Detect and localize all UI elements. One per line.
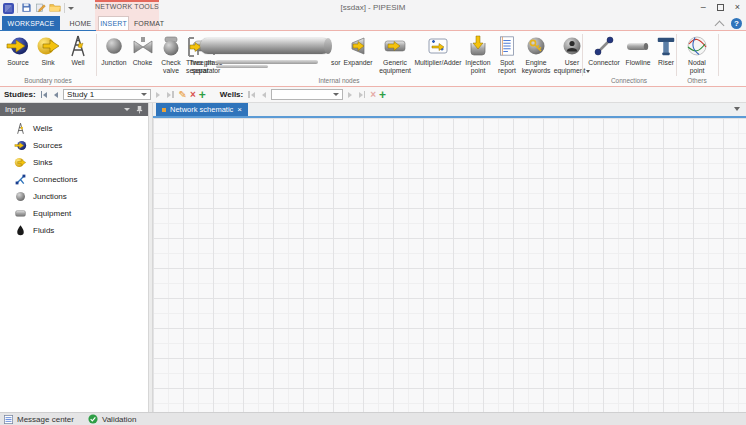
contextual-tab-label[interactable]: NETWORK TOOLS bbox=[95, 3, 159, 10]
app-icon[interactable] bbox=[3, 3, 14, 14]
edit-document-icon[interactable] bbox=[35, 0, 46, 17]
well-last-button[interactable] bbox=[357, 89, 368, 100]
message-center-label: Message center bbox=[17, 415, 74, 424]
well-select[interactable] bbox=[271, 89, 343, 100]
multiplier-adder-icon bbox=[425, 33, 451, 59]
save-icon[interactable] bbox=[21, 0, 32, 17]
study-last-button[interactable] bbox=[165, 89, 176, 100]
qat-customize-caret-icon[interactable] bbox=[68, 7, 74, 10]
study-prev-button[interactable] bbox=[52, 90, 60, 100]
group-label-internal: Internal nodes bbox=[96, 77, 582, 84]
ribbon-item-spot-report[interactable]: Spot report bbox=[494, 33, 520, 74]
ribbon-item-well[interactable]: Well bbox=[63, 33, 93, 67]
sidebar-item-connections[interactable]: Connections bbox=[0, 171, 148, 188]
ribbon-item-flowline[interactable]: Flowline bbox=[622, 33, 654, 67]
ribbon-item-two-phase-separator[interactable]: Two phase separator bbox=[186, 33, 226, 74]
ribbon-item-generic-equipment[interactable]: Generic equipment bbox=[376, 33, 414, 74]
source-icon bbox=[14, 139, 27, 152]
junction-icon bbox=[103, 33, 125, 59]
ribbon-item-expander[interactable]: Expander bbox=[340, 33, 376, 67]
add-well-icon[interactable]: + bbox=[379, 90, 386, 100]
ribbon-item-engine-keywords[interactable]: Engine keywords bbox=[520, 33, 552, 74]
pin-icon[interactable] bbox=[136, 105, 143, 114]
sidebar-item-equipment[interactable]: Equipment bbox=[0, 205, 148, 222]
sidebar-item-label: Fluids bbox=[33, 226, 54, 235]
well-prev-button[interactable] bbox=[260, 90, 268, 100]
inputs-panel-header[interactable]: Inputs bbox=[0, 103, 148, 116]
message-center-button[interactable]: Message center bbox=[4, 415, 74, 424]
ribbon-item-nodal-point[interactable]: Nodal point bbox=[680, 33, 714, 74]
ribbon-item-label: Junction bbox=[101, 59, 126, 67]
sidebar-item-junctions[interactable]: Junctions bbox=[0, 188, 148, 205]
ribbon-item-source[interactable]: Source bbox=[3, 33, 33, 67]
validation-button[interactable]: Validation bbox=[88, 414, 137, 424]
tab-network-schematic[interactable]: Network schematic × bbox=[156, 103, 248, 116]
ribbon-item-label: Expander bbox=[343, 59, 372, 67]
ribbon-item-injection-point[interactable]: Injection point bbox=[462, 33, 494, 74]
group-divider bbox=[718, 34, 719, 76]
network-schematic-canvas[interactable] bbox=[153, 118, 746, 412]
connector-icon bbox=[14, 173, 27, 186]
tab-label: Network schematic bbox=[170, 105, 233, 114]
tab-insert[interactable]: INSERT bbox=[98, 16, 129, 30]
study-first-button[interactable] bbox=[39, 89, 50, 100]
injection-point-icon bbox=[466, 33, 490, 59]
group-label-boundary: Boundary nodes bbox=[0, 77, 96, 84]
quick-access-toolbar bbox=[3, 2, 74, 14]
ribbon-item-label: Two phase separator bbox=[186, 59, 226, 74]
generic-equipment-icon bbox=[382, 33, 408, 59]
close-button[interactable]: × bbox=[735, 2, 740, 12]
ribbon-item-three-phase-separator[interactable] bbox=[226, 33, 340, 59]
chevron-down-icon[interactable] bbox=[124, 108, 130, 111]
group-boundary-nodes: Source Sink Well bbox=[3, 33, 93, 67]
sidebar-item-sinks[interactable]: Sinks bbox=[0, 154, 148, 171]
sidebar-item-label: Wells bbox=[33, 124, 52, 133]
group-others: Nodal point bbox=[680, 33, 714, 74]
tab-home[interactable]: HOME bbox=[64, 16, 97, 30]
flowline-icon bbox=[625, 33, 651, 59]
sidebar-item-sources[interactable]: Sources bbox=[0, 137, 148, 154]
user-equipment-icon bbox=[560, 33, 584, 59]
derrick-icon bbox=[66, 33, 90, 59]
well-next-button[interactable] bbox=[346, 90, 354, 100]
nodal-point-icon bbox=[684, 33, 710, 59]
study-next-button[interactable] bbox=[154, 90, 162, 100]
ribbon-item-check-valve[interactable]: Check valve bbox=[156, 33, 186, 74]
open-folder-icon[interactable] bbox=[49, 0, 61, 17]
maximize-button[interactable] bbox=[717, 4, 724, 11]
ribbon-item-label: Engine keywords bbox=[520, 59, 552, 74]
edit-study-icon[interactable]: ✎ bbox=[179, 90, 187, 100]
source-icon bbox=[5, 33, 31, 59]
add-study-icon[interactable]: + bbox=[199, 90, 206, 100]
inputs-panel-title: Inputs bbox=[5, 105, 25, 114]
sidebar-item-fluids[interactable]: Fluids bbox=[0, 222, 148, 239]
tab-format[interactable]: FORMAT bbox=[130, 16, 168, 30]
ribbon-item-label: Check valve bbox=[156, 59, 186, 74]
equipment-icon bbox=[14, 207, 27, 220]
minimize-button[interactable]: – bbox=[701, 2, 706, 12]
ribbon-item-label: Source bbox=[7, 59, 29, 67]
ribbon: Source Sink Well Boundary nodes Junction… bbox=[0, 30, 746, 87]
engine-keywords-icon bbox=[524, 33, 548, 59]
study-select[interactable]: Study 1 bbox=[63, 89, 151, 100]
close-tab-icon[interactable]: × bbox=[237, 106, 242, 114]
ribbon-item-sink[interactable]: Sink bbox=[33, 33, 63, 67]
sidebar-item-wells[interactable]: Wells bbox=[0, 120, 148, 137]
ribbon-item-junction[interactable]: Junction bbox=[99, 33, 129, 67]
well-first-button[interactable] bbox=[246, 89, 257, 100]
validation-check-icon bbox=[88, 414, 98, 424]
ribbon-item-label: Connector bbox=[588, 59, 619, 67]
ribbon-item-riser[interactable]: Riser bbox=[654, 33, 678, 67]
delete-well-icon[interactable]: × bbox=[370, 90, 376, 100]
ribbon-item-multiplier-adder[interactable]: Multiplier/Adder bbox=[414, 33, 462, 67]
divider bbox=[17, 3, 18, 13]
ribbon-item-label: Nodal point bbox=[680, 59, 714, 74]
pipesim-window: NETWORK TOOLS [ssdax] - PIPESIM – × ? WO… bbox=[0, 0, 746, 425]
wells-label: Wells: bbox=[220, 90, 243, 99]
tab-workspace[interactable]: WORKSPACE bbox=[2, 16, 60, 30]
ribbon-item-choke[interactable]: Choke bbox=[129, 33, 156, 67]
tab-list-caret-icon[interactable] bbox=[734, 107, 740, 111]
inputs-panel: Inputs Wells Sources Sinks Connections bbox=[0, 103, 148, 412]
delete-study-icon[interactable]: × bbox=[190, 90, 196, 100]
ribbon-item-connector[interactable]: Connector bbox=[586, 33, 622, 67]
